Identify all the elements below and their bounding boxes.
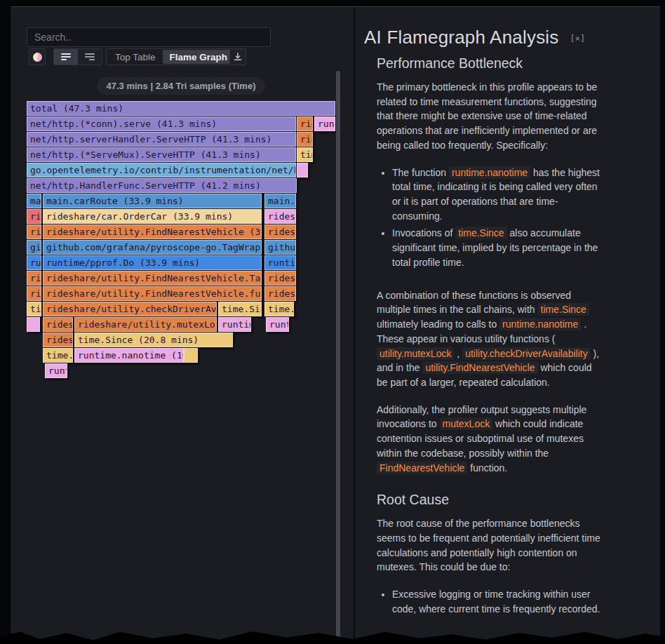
paragraph: The primary bottleneck in this profile a… (377, 80, 600, 153)
flame-block[interactable]: ridesh (264, 209, 296, 224)
flame-block[interactable]: rideshare/car.OrderCar (33.9 mins) (43, 209, 262, 224)
code-span: utility.mutexLock (377, 347, 454, 360)
flame-block[interactable]: runt (266, 317, 289, 332)
flame-block[interactable]: net/http.serverHandler.ServeHTTP (41.3 m… (27, 132, 296, 147)
flame-block[interactable]: git (27, 240, 41, 255)
flame-block[interactable]: tim (297, 147, 313, 162)
flame-block[interactable]: runt (314, 116, 335, 131)
color-mode-button[interactable] (29, 48, 46, 65)
flame-block[interactable]: main.carRoute (33.9 mins) (43, 194, 262, 208)
flame-block[interactable]: rid (27, 209, 41, 224)
flame-block[interactable]: rideshare/utility.checkDriverAvai (43, 302, 217, 316)
align-left-icon (61, 53, 71, 60)
download-button[interactable] (229, 48, 246, 65)
align-left-button[interactable] (54, 49, 78, 65)
flame-block[interactable]: go.opentelemetry.io/contrib/instrumentat… (27, 163, 296, 177)
frame-top (0, 0, 665, 6)
frame-right (660, 0, 665, 644)
flame-block[interactable]: rideshare/utility.FindNearestVehicle.Tag… (43, 271, 262, 286)
code-span: time.Since (455, 227, 506, 239)
stats-badge: 47.3 mins | 2.84 Tri samples (Time) (97, 77, 266, 95)
flame-block[interactable]: github.com/grafana/pyroscope-go.TagWrapp… (43, 240, 262, 255)
flame-block[interactable]: ridesh (43, 317, 73, 332)
list-item: Invocations of time.Since also accumulat… (392, 226, 600, 269)
flame-block[interactable]: runtime/pprof.Do (33.9 mins) (43, 255, 262, 270)
paragraph: A combination of these functions is obse… (377, 288, 600, 390)
frame-left (0, 0, 11, 644)
flame-block[interactable]: net/http.(*conn).serve (41.3 mins) (27, 116, 296, 131)
flame-block[interactable]: ridesh (43, 333, 73, 347)
flame-block[interactable]: time.S (264, 302, 294, 316)
tab-flame-graph[interactable]: Flame Graph (163, 50, 235, 64)
download-icon (233, 52, 243, 62)
code-span: FindNearestVehicle (377, 462, 467, 474)
flame-block[interactable]: ridesh (264, 271, 296, 286)
flamegraph: total (47.3 mins)net/http.(*conn).serve … (27, 101, 335, 382)
flame-block[interactable]: net/http.HandlerFunc.ServeHTTP (41.2 min… (27, 178, 297, 193)
flame-block[interactable]: runtime.nanotime (16. (74, 348, 184, 363)
view-toggle-group: Top Table Flame Graph (106, 48, 236, 65)
section-heading: Performance Bottleneck (377, 55, 600, 72)
analysis-header: AI Flamegraph Analysis [×] (364, 27, 661, 48)
flame-block[interactable]: run (27, 255, 41, 270)
code-span: utility.FindNearestVehicle (422, 361, 537, 374)
bullet-list: The function runtime.nanotime has the hi… (377, 166, 600, 270)
flame-block[interactable]: runt (45, 363, 67, 378)
bullet-list: Excessive logging or time tracking withi… (377, 587, 600, 616)
flame-block[interactable]: rid (297, 132, 313, 147)
flame-block[interactable]: rid (297, 116, 313, 131)
search-input[interactable] (27, 27, 271, 47)
flame-block[interactable]: rid (27, 271, 41, 286)
stats-pill-wrap: 47.3 mins | 2.84 Tri samples (Time) (27, 77, 335, 95)
code-span: runtime.nanotime (449, 166, 530, 179)
list-item: The function runtime.nanotime has the hi… (392, 166, 600, 224)
flame-block[interactable]: rideshare/utility.FindNearestVehicle (33… (43, 224, 262, 239)
flame-block[interactable]: github (264, 240, 296, 255)
flame-block[interactable]: rideshare/utility.FindNearestVehicle.fun… (43, 286, 262, 301)
flame-block[interactable]: time.Sinc (218, 302, 262, 316)
flame-block[interactable]: rideshare/utility.mutexLock (74, 317, 217, 332)
alignment-toggle-group (53, 48, 102, 65)
flame-block[interactable]: time.Since (20.8 mins) (74, 333, 233, 347)
section-heading: Root Cause (377, 492, 600, 508)
code-span: runtime.nanotime (499, 318, 581, 330)
align-right-icon (85, 53, 95, 60)
code-span: mutexLock (440, 417, 493, 430)
tab-top-table[interactable]: Top Table (108, 50, 163, 64)
flame-block[interactable]: ridesh (264, 224, 296, 239)
flame-block[interactable]: runtime (218, 317, 251, 332)
list-item: Excessive logging or time tracking withi… (392, 587, 600, 616)
color-mode-icon (33, 53, 42, 62)
flame-block[interactable]: rid (27, 224, 41, 239)
paragraph: The root cause of the performance bottle… (377, 516, 600, 575)
analysis-content: Performance BottleneckThe primary bottle… (377, 55, 600, 617)
flame-block[interactable] (27, 317, 40, 332)
flame-block[interactable] (297, 163, 308, 177)
flame-block[interactable]: time.S (43, 348, 73, 363)
flame-block[interactable]: total (47.3 mins) (27, 101, 335, 116)
code-span: utility.checkDriverAvailability (462, 347, 591, 360)
analysis-panel: AI Flamegraph Analysis [×] Performance B… (355, 7, 661, 644)
flame-block[interactable]: mai (27, 194, 41, 208)
flame-block[interactable]: net/http.(*ServeMux).ServeHTTP (41.3 min… (27, 147, 296, 162)
flame-block[interactable]: runtim (264, 255, 296, 270)
flame-block[interactable]: rid (27, 286, 41, 301)
page-title: AI Flamegraph Analysis (364, 27, 559, 48)
flame-block[interactable]: tim (27, 302, 41, 316)
flame-block[interactable]: ridesh (264, 286, 296, 301)
flame-block[interactable] (184, 348, 198, 363)
close-icon[interactable]: [×] (570, 34, 586, 43)
paragraph: Additionally, the profiler output sugges… (377, 403, 600, 476)
screenshot-root: Top Table Flame Graph 47.3 mins | 2.84 T… (0, 0, 665, 644)
align-right-button[interactable] (78, 49, 102, 65)
app-window: Top Table Flame Graph 47.3 mins | 2.84 T… (11, 6, 660, 644)
scrollbar-thumb[interactable] (336, 71, 340, 640)
flame-block[interactable]: main.s (264, 194, 296, 208)
code-span: time.Since (538, 303, 589, 316)
